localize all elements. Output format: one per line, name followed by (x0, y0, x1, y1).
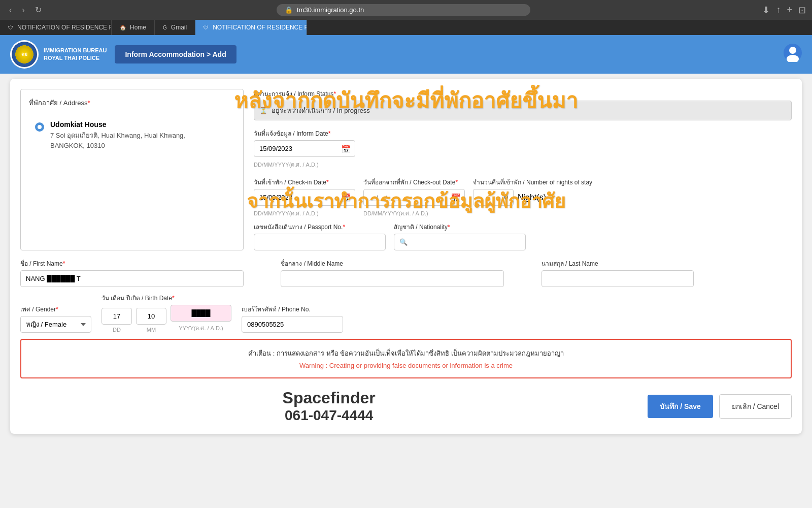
nationality-group: สัญชาติ / Nationality* 🔍 (394, 222, 526, 250)
tab-label-home: Home (130, 24, 146, 31)
tab-icon-gmail: G (163, 25, 167, 30)
nav-inform-button[interactable]: Inform Accommodation > Add (115, 45, 236, 64)
tab-label-gmail: Gmail (171, 24, 187, 31)
passport-input[interactable] (254, 234, 386, 250)
address-card: Udomkiat House 7 Soi อุดมเกียรติ, Huai K… (29, 114, 235, 156)
user-avatar[interactable] (784, 44, 802, 66)
last-name-group: นามสกุล / Last Name (542, 259, 792, 287)
save-button[interactable]: บันทึก / Save (648, 395, 713, 418)
warning-box: คำเตือน : การแสดงเอกสาร หรือ ข้อความอันเ… (20, 339, 792, 378)
tab-label-1: NOTIFICATION OF RESIDENCE FOR FOREIGNERS (17, 24, 112, 31)
inform-date-input[interactable] (254, 140, 355, 157)
browser-chrome: ‹ › ↻ 🔒 tm30.immigration.go.th ⬇ ↑ + ⊡ (0, 0, 812, 20)
emblem-inner: ตม (12, 42, 37, 67)
tab-icon-1: 🛡 (8, 25, 13, 30)
birth-yyyy-input[interactable] (171, 305, 231, 322)
overlay-text-1: หลังจากกดบันทึกจะมีที่พักอาศัยขึ้นมา (234, 84, 578, 117)
last-name-label: นามสกุล / Last Name (542, 259, 792, 268)
address-name: Udomkiat House (50, 120, 185, 129)
gender-select[interactable]: หญิง / Female ชาย / Male อื่นๆ / Other (20, 316, 91, 333)
logo-text: IMMIGRATION BUREAU ROYAL THAI POLICE (44, 47, 107, 62)
logo-box: ตม IMMIGRATION BUREAU ROYAL THAI POLICE (10, 40, 107, 69)
spacefinder-phone: 061-047-4444 (20, 407, 637, 424)
form-footer: Spacefinder 061-047-4444 บันทึก / Save ย… (10, 389, 802, 434)
tab-notification-1[interactable]: 🛡 NOTIFICATION OF RESIDENCE FOR FOREIGNE… (0, 20, 112, 35)
logo-line2: ROYAL THAI POLICE (44, 54, 107, 62)
new-tab-icon[interactable]: + (787, 5, 792, 15)
tab-label-2: NOTIFICATION OF RESIDENCE FOR FOREIGNERS (213, 24, 307, 31)
warning-text-en: Warning : Creating or providing false do… (29, 362, 783, 369)
middle-name-label: ชื่อกลาง / Middle Name (281, 259, 531, 268)
first-name-input[interactable] (20, 270, 244, 287)
back-button[interactable]: ‹ (6, 5, 15, 16)
overlay-text-2: จากนั้นเราทำการกรอกข้อมูลผู้พักอาศัย (247, 185, 565, 216)
hint-mm: MM (136, 327, 166, 333)
birth-date-group: วัน เดือน ปีเกิด / Birth Date* DD MM YYY… (101, 293, 231, 333)
browser-actions: ⬇ ↑ + ⊡ (762, 5, 806, 16)
person-row: เพศ / Gender* หญิง / Female ชาย / Male อ… (20, 293, 792, 333)
middle-name-group: ชื่อกลาง / Middle Name (281, 259, 531, 287)
logo-emblem: ตม (10, 40, 39, 69)
middle-name-input[interactable] (281, 270, 504, 287)
inform-date-group: วันที่แจ้งข้อมูล / Inform Date* 📅 DD/MM/… (254, 129, 355, 169)
search-nationality-icon: 🔍 (399, 238, 408, 246)
spacefinder-ad: Spacefinder 061-047-4444 (20, 389, 637, 424)
passport-group: เลขหนังสือเดินทาง / Passport No.* (254, 222, 386, 250)
browser-tabs: 🛡 NOTIFICATION OF RESIDENCE FOR FOREIGNE… (0, 20, 812, 35)
logo-line1: IMMIGRATION BUREAU (44, 47, 107, 54)
phone-input[interactable]: 0890505525 (242, 316, 343, 333)
tab-home[interactable]: 🏠 Home (112, 20, 155, 35)
nationality-search[interactable]: 🔍 (394, 234, 526, 250)
lock-icon: 🔒 (285, 6, 293, 14)
gender-group: เพศ / Gender* หญิง / Female ชาย / Male อ… (20, 304, 91, 333)
birth-mm-input[interactable] (136, 308, 166, 325)
name-row: ชื่อ / First Name* ชื่อกลาง / Middle Nam… (20, 259, 792, 287)
last-name-input[interactable] (542, 270, 694, 287)
phone-label: เบอร์โทรศัพท์ / Phone No. (242, 304, 343, 314)
inform-date-input-wrap: 📅 (254, 140, 355, 157)
nationality-input[interactable] (412, 238, 520, 246)
footer-buttons: บันทึก / Save ยกเลิก / Cancel (648, 394, 792, 419)
tab-gmail[interactable]: G Gmail (155, 20, 195, 35)
address-radio[interactable] (35, 122, 44, 132)
inform-date-hint: DD/MM/YYYY(ค.ศ. / A.D.) (254, 160, 355, 169)
warning-text-th: คำเตือน : การแสดงเอกสาร หรือ ข้อความอันเ… (29, 348, 783, 359)
share-icon[interactable]: ↑ (776, 5, 781, 15)
browser-controls: ‹ › ↻ (6, 4, 45, 16)
calendar-icon-inform[interactable]: 📅 (341, 144, 351, 153)
birth-dd-input[interactable] (101, 308, 132, 325)
refresh-button[interactable]: ↻ (32, 4, 45, 16)
birth-date-inputs: DD MM YYYY(ค.ศ. / A.D.) (101, 305, 231, 333)
address-line1: 7 Soi อุดมเกียรติ, Huai Khwang, Huai Khw… (50, 131, 185, 141)
cancel-button[interactable]: ยกเลิก / Cancel (719, 394, 792, 419)
address-bar[interactable]: 🔒 tm30.immigration.go.th (277, 4, 530, 16)
address-label: ที่พักอาศัย / Address* (29, 98, 235, 108)
first-name-group: ชื่อ / First Name* (20, 259, 270, 287)
passport-nationality-row: เลขหนังสือเดินทาง / Passport No.* สัญชาต… (254, 222, 792, 250)
forward-button[interactable]: › (19, 5, 27, 16)
sidebar-icon[interactable]: ⊡ (798, 5, 806, 16)
address-line2: BANGKOK, 10310 (50, 141, 185, 151)
main-content: หลังจากกดบันทึกจะมีที่พักอาศัยขึ้นมา ที่… (10, 79, 802, 434)
app-header: ตม IMMIGRATION BUREAU ROYAL THAI POLICE … (0, 35, 812, 74)
tab-icon-home: 🏠 (120, 25, 126, 30)
dates-row: วันที่แจ้งข้อมูล / Inform Date* 📅 DD/MM/… (254, 129, 792, 169)
tab-icon-2: 🛡 (204, 25, 209, 30)
phone-group: เบอร์โทรศัพท์ / Phone No. 0890505525 (242, 304, 343, 333)
svg-point-1 (789, 47, 796, 54)
address-section: ที่พักอาศัย / Address* Udomkiat House 7 … (20, 89, 244, 250)
download-icon[interactable]: ⬇ (762, 5, 770, 16)
address-details: Udomkiat House 7 Soi อุดมเกียรติ, Huai K… (50, 120, 185, 150)
spacefinder-name: Spacefinder (20, 389, 637, 407)
tab-notification-2[interactable]: 🛡 NOTIFICATION OF RESIDENCE FOR FOREIGNE… (195, 20, 307, 35)
url-text: tm30.immigration.go.th (297, 6, 364, 14)
hint-dd: DD (101, 327, 132, 333)
hint-yyyy: YYYY(ค.ศ. / A.D.) (171, 324, 231, 333)
